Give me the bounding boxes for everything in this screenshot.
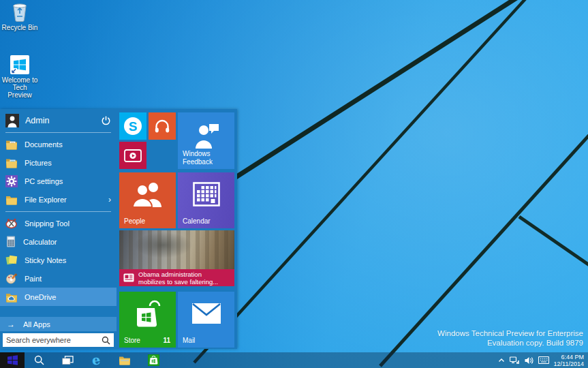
menu-item-sticky-notes[interactable]: Sticky Notes <box>0 251 117 269</box>
clock-time: 6:44 PM <box>554 354 584 361</box>
menu-item-label: Documents <box>25 140 111 149</box>
paint-palette-icon <box>5 273 18 284</box>
start-tiles-area: S Windows Feedback <box>119 112 235 348</box>
tile-label: People <box>124 217 145 226</box>
search-icon <box>34 355 44 365</box>
tile-video[interactable] <box>119 142 146 169</box>
tile-label: Windows Feedback <box>183 150 225 166</box>
menu-item-label: PC settings <box>25 177 111 185</box>
clock[interactable]: 6:44 PM 12/11/2014 <box>554 354 584 367</box>
file-explorer-button[interactable] <box>110 352 139 368</box>
tile-people[interactable]: People <box>119 172 176 228</box>
user-name[interactable]: Admin <box>25 116 101 125</box>
power-icon[interactable] <box>101 116 111 126</box>
skype-icon: S <box>124 117 142 135</box>
internet-explorer-icon: e <box>91 353 101 367</box>
store-bag-icon <box>134 300 162 327</box>
feedback-person-icon <box>191 121 221 149</box>
tile-windows-feedback[interactable]: Windows Feedback <box>178 112 234 169</box>
store-badge-count: 11 <box>163 337 170 344</box>
store-icon <box>148 354 159 366</box>
welcome-shortcut-icon <box>10 55 30 75</box>
people-icon <box>132 181 164 207</box>
all-apps-label: All Apps <box>23 320 50 328</box>
tile-store[interactable]: Store 11 <box>119 292 176 348</box>
video-icon <box>124 149 142 162</box>
tile-label: Store <box>124 337 140 345</box>
tile-skype[interactable]: S <box>119 112 146 140</box>
task-view-button[interactable] <box>53 352 82 368</box>
chevron-right-icon: › <box>108 195 111 204</box>
nav-primary: Documents Pictures <box>0 133 117 209</box>
menu-item-onedrive[interactable]: OneDrive <box>0 288 117 306</box>
watermark-line2: Evaluation copy. Build 9879 <box>437 338 583 348</box>
snipping-tool-icon <box>5 217 18 229</box>
network-icon[interactable] <box>510 356 520 365</box>
tile-music[interactable] <box>149 112 176 140</box>
taskbar-store-button[interactable] <box>139 352 168 368</box>
menu-item-pictures[interactable]: Pictures <box>0 153 117 172</box>
news-banner: Obama administration mobilizes to save f… <box>119 269 234 286</box>
user-header: Admin <box>0 109 117 132</box>
task-view-icon <box>62 356 74 365</box>
calculator-icon <box>5 236 16 247</box>
arrow-right-icon: → <box>7 320 15 329</box>
evaluation-watermark: Windows Technical Preview for Enterprise… <box>437 328 583 348</box>
user-avatar[interactable] <box>5 114 19 127</box>
menu-item-label: Sticky Notes <box>25 256 111 264</box>
file-explorer-folder-icon <box>5 194 18 205</box>
tile-news[interactable]: Obama administration mobilizes to save f… <box>119 230 234 286</box>
sticky-notes-icon <box>5 254 18 266</box>
welcome-tech-preview-desktop-icon[interactable]: Welcome to Tech Preview <box>0 55 40 99</box>
pictures-folder-icon <box>5 157 18 168</box>
search-icon[interactable] <box>102 336 110 345</box>
start-menu-left-column: Admin Documents <box>0 109 117 349</box>
menu-item-snipping-tool[interactable]: Snipping Tool <box>0 214 117 232</box>
start-button[interactable] <box>0 352 25 368</box>
recycle-bin-icon <box>10 0 30 22</box>
news-headline: Obama administration mobilizes to save f… <box>138 271 218 286</box>
tile-calendar[interactable]: Calendar <box>178 172 234 228</box>
recycle-bin-desktop-icon[interactable]: Recycle Bin <box>0 0 40 31</box>
news-photo <box>119 230 234 269</box>
menu-item-label: OneDrive <box>25 293 111 301</box>
pc-settings-gear-icon <box>5 175 18 187</box>
menu-item-calculator[interactable]: Calculator <box>0 232 117 251</box>
file-explorer-icon <box>119 355 131 365</box>
system-tray: 6:44 PM 12/11/2014 <box>498 354 588 367</box>
touch-keyboard-icon[interactable] <box>538 356 549 364</box>
menu-item-file-explorer[interactable]: File Explorer › <box>0 190 117 209</box>
menu-item-pc-settings[interactable]: PC settings <box>0 172 117 190</box>
clock-date: 12/11/2014 <box>554 361 584 367</box>
mail-envelope-icon <box>191 303 221 324</box>
news-icon <box>123 273 134 282</box>
menu-item-label: Snipping Tool <box>25 219 111 228</box>
onedrive-folder-icon <box>5 292 18 303</box>
watermark-line1: Windows Technical Preview for Enterprise <box>437 328 583 338</box>
menu-item-label: Pictures <box>25 159 111 167</box>
menu-item-documents[interactable]: Documents <box>0 135 117 153</box>
menu-item-paint[interactable]: Paint <box>0 269 117 288</box>
volume-icon[interactable] <box>525 356 533 365</box>
documents-folder-icon <box>5 139 18 150</box>
start-search-input[interactable] <box>6 336 102 344</box>
tile-mail[interactable]: Mail <box>178 292 234 348</box>
news-headline-line1: Obama administration <box>138 271 218 278</box>
windows-logo-icon <box>7 355 18 365</box>
calendar-icon <box>193 182 220 206</box>
news-headline-line2: mobilizes to save faltering... <box>138 278 218 286</box>
nav-secondary: Snipping Tool Calculator <box>0 212 117 306</box>
welcome-tech-preview-label: Welcome to Tech Preview <box>0 76 40 99</box>
start-search-box[interactable] <box>3 333 114 347</box>
menu-item-label: Paint <box>25 275 111 283</box>
skype-glyph: S <box>129 120 138 133</box>
taskbar: e <box>0 352 588 368</box>
show-hidden-icons-caret[interactable] <box>498 358 505 363</box>
recycle-bin-label: Recycle Bin <box>0 24 40 31</box>
menu-item-label: Calculator <box>23 238 111 246</box>
all-apps-button[interactable]: → All Apps <box>0 317 117 331</box>
menu-item-label: File Explorer <box>25 196 108 204</box>
internet-explorer-button[interactable]: e <box>82 352 110 368</box>
headphones-icon <box>154 119 170 134</box>
taskbar-search-button[interactable] <box>25 352 53 368</box>
